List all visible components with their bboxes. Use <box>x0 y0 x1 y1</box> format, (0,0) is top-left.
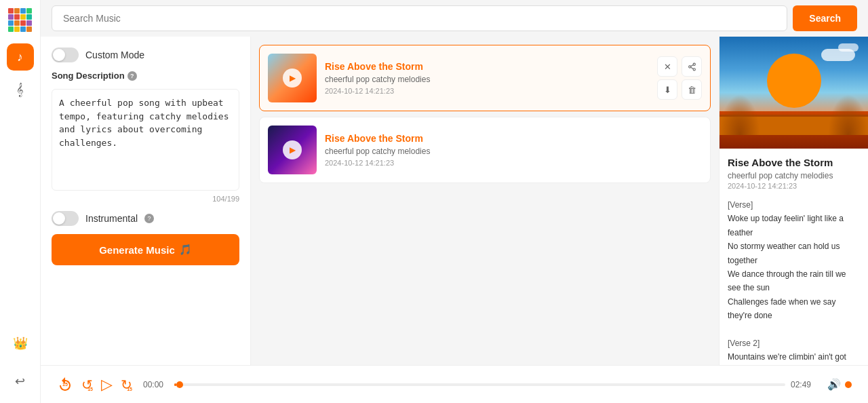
song-date-2: 2024-10-12 14:21:23 <box>325 159 702 167</box>
skip-forward-15-label: 15 <box>127 387 132 391</box>
song-info-2: Rise Above the Storm cheerful pop catchy… <box>325 133 702 167</box>
app-logo <box>8 8 33 33</box>
song-card[interactable]: ▶ Rise Above the Storm cheerful pop catc… <box>259 45 711 111</box>
exit-icon: ↩ <box>15 374 25 389</box>
toggle-knob <box>53 49 65 61</box>
song-title-2: Rise Above the Storm <box>325 133 702 144</box>
custom-mode-label: Custom Mode <box>85 50 144 60</box>
svg-point-2 <box>693 68 695 70</box>
left-panel: Custom Mode Song Description ? A cheerfu… <box>41 37 251 365</box>
center-panel: ▶ Rise Above the Storm cheerful pop catc… <box>251 37 719 365</box>
crown-icon: 👑 <box>13 336 28 351</box>
topbar: Search <box>41 0 868 37</box>
custom-mode-row: Custom Mode <box>52 47 239 62</box>
right-song-date: 2024-10-12 14:21:23 <box>728 182 860 190</box>
sidebar: ♪ 𝄞 👑 ↩ <box>0 0 41 403</box>
sidebar-item-music[interactable]: ♪ <box>7 43 34 71</box>
verse-1-line-1: Woke up today feelin' light like a feath… <box>728 214 844 237</box>
delete-button-1[interactable]: 🗑 <box>682 79 702 100</box>
char-count: 104/199 <box>52 195 239 203</box>
instrumental-label: Instrumental <box>85 213 138 224</box>
verse-1-line-2: No stormy weather can hold us together <box>728 242 840 265</box>
current-time: 00:00 <box>143 380 169 389</box>
play-pause-button[interactable]: ▷ <box>101 376 113 394</box>
sidebar-item-exit[interactable]: ↩ <box>7 368 34 395</box>
instrumental-toggle[interactable] <box>52 211 79 226</box>
album-cloud-2 <box>838 43 859 52</box>
textarea-wrap: A cheerful pop song with upbeat tempo, f… <box>52 89 239 203</box>
lyrics: [Verse] Woke up today feelin' light like… <box>728 198 860 364</box>
play-button-1[interactable]: ▶ <box>283 69 302 88</box>
skip-back-15-label: 15 <box>87 387 93 391</box>
verse-1-line-4: Challenges fade when we say they're done <box>728 297 835 320</box>
sidebar-item-crown[interactable]: 👑 <box>7 330 34 357</box>
search-input[interactable] <box>52 5 787 31</box>
progress-area: 00:00 02:49 <box>143 380 816 389</box>
player-controls: 15 ↺ 15 ▷ ↻ 15 <box>57 376 132 394</box>
song-tags-2: cheerful pop catchy melodies <box>325 147 702 156</box>
song-thumbnail-1: ▶ <box>268 54 317 102</box>
main-area: Search Custom Mode Song Description ? A … <box>41 0 868 403</box>
progress-dot <box>176 381 183 388</box>
svg-point-0 <box>693 63 695 65</box>
album-art <box>719 37 868 149</box>
custom-mode-toggle[interactable] <box>52 47 79 62</box>
music-note-icon: ♪ <box>17 50 23 64</box>
bottom-player: 15 ↺ 15 ▷ ↻ 15 00:00 <box>41 365 868 403</box>
total-time: 02:49 <box>791 380 816 389</box>
volume-icon[interactable]: 🔊 <box>827 378 841 391</box>
svg-line-3 <box>690 67 693 69</box>
song-title-1: Rise Above the Storm <box>325 61 649 72</box>
volume-area: 🔊 <box>827 378 852 391</box>
verse-2-label: [Verse 2] <box>728 339 760 348</box>
album-grass-right <box>828 94 868 135</box>
song-date-1: 2024-10-12 14:21:23 <box>325 87 649 95</box>
volume-dot <box>845 381 852 388</box>
sidebar-item-music2[interactable]: 𝄞 <box>7 76 34 103</box>
verse-1-label: [Verse] <box>728 200 753 210</box>
right-panel: Rise Above the Storm cheerful pop catchy… <box>719 37 868 365</box>
download-button-1[interactable]: ⬇ <box>657 79 677 100</box>
instrumental-row: Instrumental ? <box>52 211 239 226</box>
song-description-textarea[interactable]: A cheerful pop song with upbeat tempo, f… <box>52 89 239 191</box>
play-button-2[interactable]: ▶ <box>283 140 302 159</box>
album-sun <box>767 54 821 108</box>
close-button-1[interactable]: ✕ <box>657 56 677 77</box>
skip-back-wrapper: ↺ 15 <box>81 377 93 393</box>
generate-button[interactable]: Generate Music 🎵 <box>52 234 239 265</box>
verse-2-line-1: Mountains we're climbin' ain't got <box>728 352 846 362</box>
share-button-1[interactable] <box>682 56 702 77</box>
music-note-generate-icon: 🎵 <box>179 244 192 256</box>
song-info-1: Rise Above the Storm cheerful pop catchy… <box>325 61 649 95</box>
right-song-title: Rise Above the Storm <box>728 157 860 168</box>
song-tags-1: cheerful pop catchy melodies <box>325 75 649 84</box>
skip-back-button[interactable]: 15 <box>57 377 73 393</box>
song-card-2[interactable]: ▶ Rise Above the Storm cheerful pop catc… <box>259 117 711 183</box>
album-grass-left <box>719 94 760 135</box>
song-thumbnail-2: ▶ <box>268 126 317 174</box>
progress-bar[interactable] <box>174 383 785 386</box>
right-panel-content: Rise Above the Storm cheerful pop catchy… <box>719 149 868 365</box>
music-alt-icon: 𝄞 <box>16 83 24 97</box>
instrumental-help-icon[interactable]: ? <box>144 214 154 223</box>
instrumental-toggle-knob <box>53 212 65 225</box>
song-actions-1: ✕ ⬇ 🗑 <box>657 56 702 100</box>
song-description-label: Song Description ? <box>52 71 239 81</box>
search-button[interactable]: Search <box>793 5 857 31</box>
verse-1-line-3: We dance through the rain till we see th… <box>728 269 846 292</box>
right-song-tags: cheerful pop catchy melodies <box>728 171 860 180</box>
svg-point-1 <box>688 65 690 67</box>
svg-line-4 <box>690 64 693 66</box>
skip-back-label: 15 <box>62 382 68 387</box>
search-container: Search <box>52 5 857 31</box>
content-area: Custom Mode Song Description ? A cheerfu… <box>41 37 868 365</box>
skip-forward-wrapper: ↻ 15 <box>121 377 132 393</box>
song-actions-row-bottom: ⬇ 🗑 <box>657 79 702 100</box>
song-actions-row-top: ✕ <box>657 56 702 77</box>
song-description-help-icon[interactable]: ? <box>127 71 137 81</box>
